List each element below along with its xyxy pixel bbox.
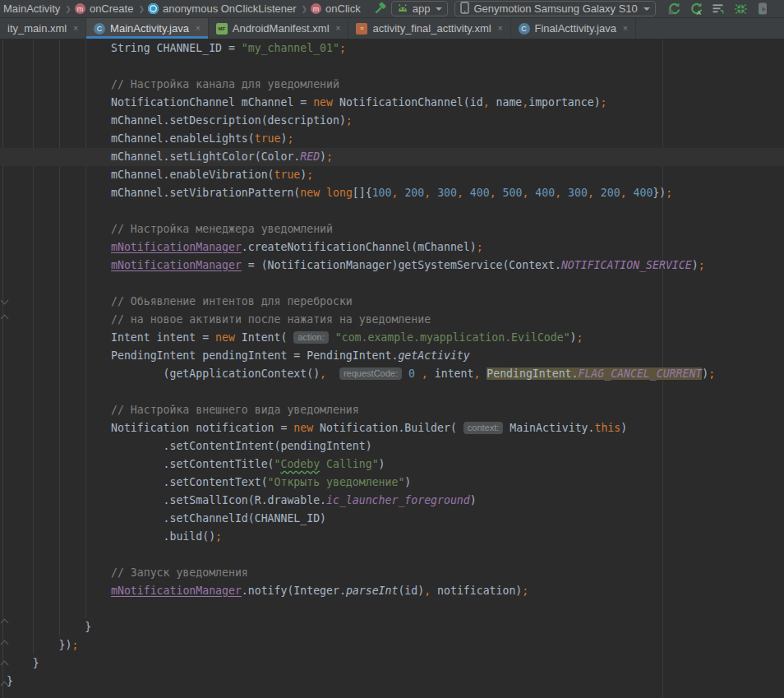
code-token: NotificationChannel mChannel =: [7, 96, 313, 109]
anonymous-class-icon: [148, 3, 159, 14]
close-tab-icon[interactable]: ×: [73, 24, 78, 33]
code-line[interactable]: [0, 202, 784, 220]
code-token: 400: [634, 187, 653, 199]
ide-window: MainActivity❯monCreate❯anonymous OnClick…: [0, 0, 784, 698]
code-token: [7, 585, 111, 597]
code-token: [415, 367, 422, 380]
code-token: mChannel.enableVibration(: [7, 169, 274, 181]
breadcrumb-separator-icon: ❯: [135, 5, 148, 13]
code-line[interactable]: [0, 275, 784, 293]
code-token: Calling": [320, 458, 378, 470]
close-tab-icon[interactable]: ×: [196, 24, 201, 33]
code-token: .notify(Integer.: [242, 585, 346, 597]
code-token: mChannel.setLightColor(Color.: [7, 150, 300, 163]
code-token: new: [313, 96, 333, 109]
code-line[interactable]: mNotificationManager = (NotificationMana…: [0, 257, 784, 275]
code-token: [7, 241, 111, 253]
code-token: ;: [287, 132, 293, 145]
tab-FinalActtivity.java[interactable]: CFinalActtivity.java×: [511, 18, 636, 39]
code-token: ,: [424, 187, 431, 199]
code-token: [627, 187, 634, 199]
code-token: ): [620, 422, 627, 434]
breadcrumb-item[interactable]: monClick: [311, 2, 362, 15]
profile-device-icon[interactable]: [756, 2, 770, 16]
code-token: 100: [372, 187, 392, 199]
code-token: ;: [326, 150, 333, 163]
tab-activity_final_acttivity.xml[interactable]: ≡activity_final_acttivity.xml×: [348, 18, 510, 39]
tab-label: FinalActtivity.java: [535, 22, 616, 35]
profiler-list-icon[interactable]: [712, 2, 726, 16]
code-token: ): [379, 458, 385, 470]
code-line[interactable]: // Настройка внешнего вида уведомления: [0, 401, 784, 419]
code-line[interactable]: [0, 58, 784, 76]
code-line[interactable]: mNotificationManager.createNotificationC…: [0, 238, 784, 257]
code-line[interactable]: }: [0, 673, 784, 691]
tab-AndroidManifest.xml[interactable]: MFAndroidManifest.xml×: [209, 18, 349, 39]
code-token: 200: [404, 187, 424, 199]
close-tab-icon[interactable]: ×: [498, 24, 503, 33]
toolbar-actions: A: [667, 2, 770, 16]
code-line[interactable]: mChannel.enableVibration(true);: [0, 166, 784, 184]
close-tab-icon[interactable]: ×: [623, 24, 628, 33]
apply-changes-icon[interactable]: [667, 2, 681, 16]
code-area[interactable]: String CHANNEL_ID = "my_channel_01"; // …: [0, 39, 784, 691]
breadcrumb-item[interactable]: monCreate: [75, 2, 135, 15]
code-token: mNotificationManager: [111, 241, 242, 253]
code-line[interactable]: String CHANNEL_ID = "my_channel_01";: [0, 39, 784, 58]
breadcrumb-item[interactable]: MainActivity: [2, 2, 62, 15]
code-line[interactable]: mNotificationManager.notify(Integer.pars…: [0, 582, 784, 600]
code-line[interactable]: NotificationChannel mChannel = new Notif…: [0, 94, 784, 112]
code-token: // на новое активити после нажатия на ув…: [7, 313, 431, 326]
code-line[interactable]: }: [0, 618, 784, 636]
editor-pane[interactable]: String CHANNEL_ID = "my_channel_01"; // …: [0, 39, 784, 698]
code-token: ;: [577, 331, 583, 344]
code-line[interactable]: PendingIntent pendingIntent = PendingInt…: [0, 347, 784, 365]
code-line[interactable]: .setChannelId(CHANNEL_ID): [0, 510, 784, 528]
code-line[interactable]: }: [0, 654, 784, 673]
tab-ity_main.xml[interactable]: ity_main.xml×: [0, 18, 86, 39]
code-line[interactable]: // Настройка канала для уведомлений: [0, 76, 784, 94]
code-line[interactable]: // Запуск уведомления: [0, 564, 784, 582]
close-tab-icon[interactable]: ×: [336, 24, 341, 33]
breadcrumb-item[interactable]: anonymous OnClickListener: [148, 2, 298, 15]
code-line[interactable]: Intent intent = new Intent( action: "com…: [0, 329, 784, 347]
code-line[interactable]: .build();: [0, 528, 784, 546]
manifest-file-icon: MF: [216, 23, 228, 35]
code-line[interactable]: .setContentText("Открыть уведомление"): [0, 474, 784, 492]
svg-text:A: A: [696, 9, 701, 16]
build-hammer-icon[interactable]: [374, 2, 388, 16]
breadcrumb-label: anonymous OnClickListener: [161, 2, 298, 15]
code-token: ;: [477, 241, 483, 253]
code-line[interactable]: mChannel.setLightColor(Color.RED);: [0, 148, 784, 166]
code-line[interactable]: .setContentIntent(pendingIntent): [0, 437, 784, 455]
code-line[interactable]: .setContentTitle("Codeby Calling"): [0, 455, 784, 474]
code-line[interactable]: .setSmallIcon(R.drawable.ic_launcher_for…: [0, 492, 784, 510]
code-token: [594, 187, 601, 199]
run-configuration-select[interactable]: app: [391, 1, 449, 16]
code-line[interactable]: [0, 546, 784, 564]
code-line[interactable]: [0, 383, 784, 401]
code-line[interactable]: (getApplicationContext(), requestCode: 0…: [0, 365, 784, 383]
code-line[interactable]: // на новое активити после нажатия на ув…: [0, 311, 784, 329]
tab-MainActivity.java[interactable]: CMainActivity.java×: [86, 18, 209, 39]
code-line[interactable]: // Обьявление интентов для переброски: [0, 293, 784, 311]
code-token: ;: [307, 169, 313, 181]
code-line[interactable]: [0, 600, 784, 618]
code-line[interactable]: mChannel.setDescription(description);: [0, 112, 784, 130]
apply-code-changes-icon[interactable]: A: [689, 2, 703, 16]
code-token: 400: [470, 187, 490, 199]
code-line[interactable]: });: [0, 636, 784, 654]
code-line[interactable]: // Настройка менеджера уведомлений: [0, 220, 784, 238]
code-line[interactable]: Notification notification = new Notifica…: [0, 419, 784, 437]
device-select[interactable]: Genymotion Samsung Galaxy S10: [454, 1, 655, 16]
code-token: this: [594, 422, 620, 434]
code-token: ,: [620, 187, 627, 199]
tab-label: AndroidManifest.xml: [233, 22, 330, 35]
debug-bug-icon[interactable]: [734, 2, 748, 16]
code-token: "my_channel_01": [242, 42, 339, 54]
code-token: .setContentIntent(pendingIntent): [7, 440, 372, 452]
code-line[interactable]: mChannel.setVibrationPattern(new long[]{…: [0, 184, 784, 202]
code-line[interactable]: mChannel.enableLights(true);: [0, 130, 784, 148]
code-token: // Настройка менеджера уведомлений: [7, 223, 333, 235]
code-token: ;: [522, 585, 528, 597]
